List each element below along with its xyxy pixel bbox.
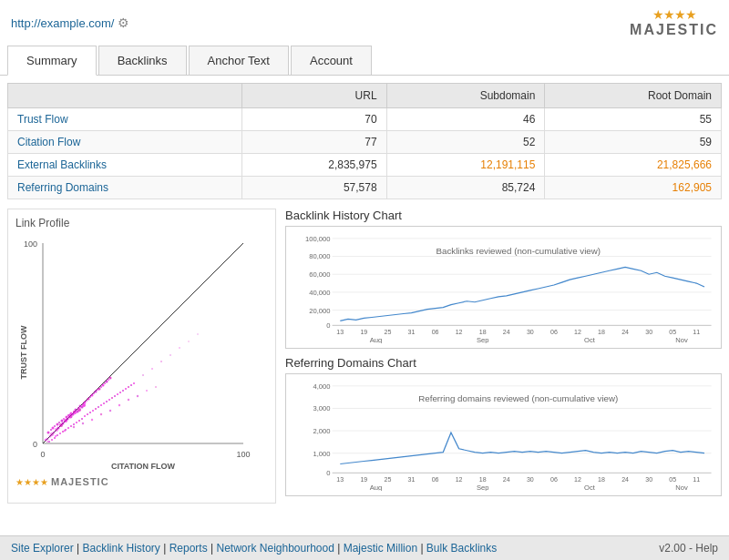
- svg-point-90: [55, 435, 56, 437]
- svg-text:18: 18: [598, 329, 605, 335]
- link-profile-panel: Link Profile 100 0 0 100: [7, 209, 276, 504]
- svg-point-108: [197, 333, 199, 335]
- svg-text:25: 25: [385, 476, 392, 483]
- svg-point-105: [169, 354, 171, 356]
- svg-point-42: [86, 400, 87, 402]
- svg-point-54: [108, 379, 109, 381]
- metric-label[interactable]: Referring Domains: [8, 177, 242, 199]
- svg-point-53: [106, 381, 108, 383]
- svg-text:13: 13: [336, 476, 344, 483]
- metric-subdomain: 46: [386, 108, 545, 131]
- svg-point-55: [109, 377, 112, 380]
- svg-point-86: [130, 384, 132, 386]
- svg-point-38: [77, 407, 79, 409]
- svg-point-56: [48, 441, 50, 443]
- svg-point-68: [81, 418, 83, 420]
- svg-point-75: [100, 404, 102, 406]
- referring-domains-title: Referring Domains Chart: [285, 356, 722, 370]
- url-link[interactable]: http://example.com/: [11, 16, 114, 30]
- metrics-table: URL Subdomain Root Domain Trust Flow 70 …: [7, 83, 722, 199]
- charts-section: Backlink History Chart 100,000 80,000 60…: [285, 209, 722, 504]
- metric-label[interactable]: Citation Flow: [8, 131, 242, 154]
- svg-text:13: 13: [336, 329, 344, 335]
- svg-text:Oct: Oct: [584, 336, 595, 343]
- metric-root-domain: 59: [545, 131, 722, 154]
- svg-point-31: [61, 420, 64, 423]
- referring-chart-svg: 4,000 3,000 2,000 1,000 0 13 19 25 31 06…: [291, 379, 716, 491]
- svg-point-60: [59, 433, 61, 434]
- svg-text:Oct: Oct: [584, 484, 595, 491]
- metric-subdomain: 12,191,115: [386, 154, 545, 177]
- svg-text:Referring domains reviewed (no: Referring domains reviewed (non-cumulati…: [418, 394, 618, 402]
- footer-link-site-explorer[interactable]: Site Explorer: [11, 542, 74, 555]
- metric-url: 77: [242, 131, 386, 154]
- footer-link-bulk[interactable]: Bulk Backlinks: [426, 542, 497, 555]
- svg-point-37: [75, 409, 77, 412]
- metric-root-domain: 162,905: [545, 177, 722, 199]
- footer-link-million[interactable]: Majestic Million: [344, 542, 417, 555]
- metric-label[interactable]: Trust Flow: [8, 108, 242, 131]
- metric-subdomain: 85,724: [386, 177, 545, 199]
- metric-label[interactable]: External Backlinks: [8, 154, 242, 177]
- svg-point-29: [56, 423, 59, 426]
- svg-text:12: 12: [456, 476, 463, 483]
- svg-text:12: 12: [574, 329, 581, 335]
- svg-point-41: [84, 402, 87, 404]
- svg-text:Backlinks reviewed (non-cumula: Backlinks reviewed (non-cumulative view): [436, 247, 601, 255]
- logo-stars: ★★★★: [652, 7, 696, 22]
- svg-point-33: [66, 416, 68, 419]
- svg-text:0: 0: [326, 322, 330, 331]
- svg-point-102: [142, 374, 144, 376]
- svg-text:20,000: 20,000: [309, 307, 330, 315]
- svg-text:4,000: 4,000: [313, 382, 330, 391]
- metric-root-domain: 21,825,666: [545, 154, 722, 177]
- table-row: Trust Flow 70 46 55: [8, 108, 722, 131]
- table-row: Citation Flow 77 52 59: [8, 131, 722, 154]
- svg-text:Sep: Sep: [477, 484, 489, 491]
- svg-point-64: [70, 425, 72, 427]
- footer-link-backlink-history[interactable]: Backlink History: [83, 542, 160, 555]
- svg-point-28: [54, 425, 56, 427]
- svg-text:0: 0: [33, 440, 37, 449]
- footer-links: Site Explorer | Backlink History | Repor…: [11, 542, 497, 555]
- svg-point-32: [63, 418, 65, 420]
- svg-text:24: 24: [503, 329, 510, 335]
- svg-point-73: [95, 408, 97, 410]
- svg-point-43: [87, 398, 90, 401]
- footer-link-reports[interactable]: Reports: [169, 542, 208, 555]
- tab-anchor-text[interactable]: Anchor Text: [189, 46, 289, 75]
- svg-text:24: 24: [621, 329, 629, 335]
- svg-point-78: [108, 399, 110, 401]
- svg-text:0: 0: [40, 450, 45, 459]
- svg-point-27: [52, 427, 55, 430]
- svg-point-69: [84, 415, 86, 417]
- svg-text:40,000: 40,000: [309, 289, 330, 297]
- tab-account[interactable]: Account: [291, 46, 372, 75]
- svg-point-101: [155, 386, 157, 388]
- svg-point-35: [70, 412, 73, 415]
- svg-point-63: [67, 427, 69, 429]
- svg-point-92: [73, 426, 75, 428]
- svg-point-83: [122, 390, 124, 392]
- svg-point-106: [179, 347, 180, 349]
- scatter-svg: 100 0 0 100: [15, 234, 252, 471]
- svg-point-49: [98, 388, 101, 391]
- svg-point-97: [118, 404, 120, 406]
- svg-point-13: [57, 427, 60, 430]
- tab-backlinks[interactable]: Backlinks: [98, 46, 187, 75]
- svg-point-80: [114, 395, 116, 397]
- svg-text:11: 11: [693, 476, 700, 483]
- svg-text:05: 05: [669, 476, 676, 483]
- gear-icon[interactable]: ⚙: [118, 15, 129, 30]
- svg-text:CITATION FLOW: CITATION FLOW: [111, 462, 176, 471]
- svg-text:30: 30: [527, 329, 534, 335]
- svg-point-66: [76, 422, 77, 423]
- tab-summary[interactable]: Summary: [7, 46, 97, 76]
- referring-domains-chart: 4,000 3,000 2,000 1,000 0 13 19 25 31 06…: [285, 373, 722, 496]
- svg-point-76: [103, 402, 105, 404]
- svg-text:19: 19: [360, 329, 367, 335]
- footer-link-network[interactable]: Network Neighbourhood: [216, 542, 334, 555]
- bottom-logo-name: MAJESTIC: [51, 476, 109, 487]
- url-section: http://example.com/ ⚙: [11, 15, 129, 30]
- svg-text:Aug: Aug: [370, 336, 383, 343]
